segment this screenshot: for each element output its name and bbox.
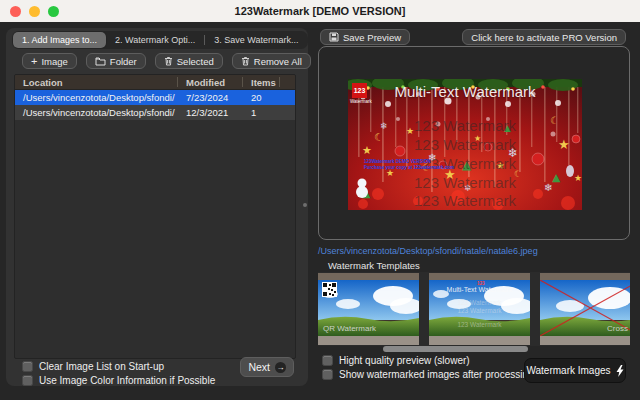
template-letterbox [429, 273, 530, 280]
template-letterbox [318, 336, 419, 345]
trash-icon [164, 56, 173, 66]
hq-preview-label: Hight quality preview (slower) [339, 355, 470, 366]
content-area: 1. Add Images to... 2. Watermark Opti...… [0, 22, 640, 400]
tab-add-images[interactable]: 1. Add Images to... [13, 32, 106, 48]
use-color-checkbox[interactable] [22, 375, 33, 386]
template-multi-text-watermark[interactable]: 123 Multi-Text Watermark 123 Watermark 1… [429, 273, 530, 345]
template-watermark-line: 123 Watermark [429, 299, 530, 306]
preview-file-path[interactable]: /Users/vincenzotota/Desktop/sfondi/natal… [318, 246, 538, 256]
image-toolbar: + Image Folder Selected [22, 53, 311, 69]
show-after-option: Show watermarked images after processing [322, 369, 534, 380]
column-header-modified[interactable]: Modified [178, 75, 242, 90]
save-preview-label: Save Preview [343, 32, 401, 43]
hq-preview-option: Hight quality preview (slower) [322, 355, 470, 366]
activate-pro-button[interactable]: Click here to activate PRO Version [462, 29, 626, 45]
template-watermark-line: 123 Watermark [429, 307, 530, 314]
remove-all-label: Remove All [254, 56, 302, 67]
watermark-templates-title: Watermark Templates [328, 260, 420, 271]
arrow-right-icon: → [275, 362, 286, 373]
watermark-images-button[interactable]: Watermark Images [524, 358, 626, 383]
image-locations-table: Location Modified Items /Users/vincenzot… [14, 74, 296, 359]
watermark-images-label: Watermark Images [526, 365, 610, 376]
cell-items: 20 [243, 92, 279, 103]
next-button[interactable]: Next → [240, 357, 294, 377]
titlebar: 123Watermark [DEMO VERSION] [0, 0, 640, 22]
window-title: 123Watermark [DEMO VERSION] [0, 5, 640, 17]
cell-items: 1 [243, 107, 279, 118]
add-image-button[interactable]: + Image [22, 53, 77, 69]
show-after-label: Show watermarked images after processing [339, 369, 534, 380]
table-header: Location Modified Items [15, 75, 295, 90]
watermark-text-top: Multi-Text Watermark [348, 83, 582, 100]
plus-icon: + [31, 57, 37, 66]
qr-code-icon [322, 282, 337, 297]
template-qr-watermark[interactable]: QR Watermark [318, 273, 419, 345]
preview-container: ★★★★★★★★ ☾☾☾☾ ▲▲▲▲ ❄❄❄❄❄ [318, 46, 630, 240]
table-row[interactable]: /Users/vincenzotota/Desktop/sfondi/ 7/23… [15, 90, 295, 105]
activate-pro-label: Click here to activate PRO Version [471, 32, 617, 43]
next-label: Next [248, 361, 270, 373]
cell-modified: 12/3/2021 [178, 107, 243, 118]
remove-selected-label: Selected [177, 56, 214, 67]
template-letterbox [540, 273, 630, 280]
tab-save-watermark[interactable]: 3. Save Watermark... [205, 32, 307, 48]
watermark-text-line: 123 Watermark [348, 192, 582, 209]
template-caption: QR Watermark [323, 324, 376, 333]
watermark-text-line: 123 Watermark [348, 174, 582, 191]
template-letterbox [540, 336, 630, 345]
template-caption: Cross Watermark [607, 324, 630, 333]
watermark-text-line: 123 Watermark [348, 136, 582, 153]
template-letterbox [429, 336, 530, 345]
clear-list-checkbox[interactable] [22, 361, 33, 372]
watermark-text-line: 123 Watermark [348, 117, 582, 134]
split-handle[interactable] [303, 203, 307, 207]
cell-modified: 7/23/2024 [178, 92, 243, 103]
use-color-label: Use Image Color Information if Possible [39, 375, 215, 386]
tab-watermark-options[interactable]: 2. Watermark Opti... [106, 32, 204, 48]
floppy-disk-icon [329, 32, 339, 42]
use-color-option: Use Image Color Information if Possible [22, 375, 215, 386]
app-window: 123Watermark [DEMO VERSION] 1. Add Image… [0, 0, 640, 400]
folder-icon [95, 57, 106, 66]
add-folder-button[interactable]: Folder [86, 53, 146, 69]
show-after-checkbox[interactable] [322, 369, 333, 380]
trash-icon [241, 56, 250, 66]
lightning-bolt-icon [616, 365, 624, 377]
column-header-location[interactable]: Location [15, 75, 177, 90]
template-watermark-top: Multi-Text Watermark [429, 286, 530, 293]
remove-all-button[interactable]: Remove All [232, 53, 311, 69]
remove-selected-button[interactable]: Selected [155, 53, 223, 69]
table-row[interactable]: /Users/vincenzotota/Desktop/sfondi/ 12/3… [15, 105, 295, 120]
save-preview-button[interactable]: Save Preview [320, 29, 410, 45]
cell-location: /Users/vincenzotota/Desktop/sfondi/ [15, 107, 178, 118]
watermark-templates-strip: QR Watermark 123 Multi-Text Watermark 12… [318, 272, 630, 346]
hq-preview-checkbox[interactable] [322, 355, 333, 366]
column-separator[interactable] [279, 77, 280, 87]
preview-image[interactable]: ★★★★★★★★ ☾☾☾☾ ▲▲▲▲ ❄❄❄❄❄ [348, 79, 582, 210]
add-images-panel: 1. Add Images to... 2. Watermark Opti...… [6, 28, 308, 386]
template-watermark-line: 123 Watermark [429, 321, 530, 328]
cell-location: /Users/vincenzotota/Desktop/sfondi/ [15, 92, 178, 103]
templates-scrollbar-thumb[interactable] [383, 346, 528, 352]
column-header-items[interactable]: Items [243, 75, 279, 90]
add-image-label: Image [41, 56, 67, 67]
wizard-tabs: 1. Add Images to... 2. Watermark Opti...… [12, 31, 308, 49]
clear-list-option: Clear Image List on Start-up [22, 361, 164, 372]
template-letterbox [318, 273, 419, 280]
demo-version-note: 123Watermark DEMO VERSION Purchase your … [364, 159, 454, 170]
preview-toolbar: Save Preview Click here to activate PRO … [318, 29, 630, 45]
template-cross-watermark[interactable]: Cross Watermark [540, 273, 630, 345]
clear-list-label: Clear Image List on Start-up [39, 361, 164, 372]
add-folder-label: Folder [110, 56, 137, 67]
demo-note-line2: Purchase your copy at 123watermark.com [364, 165, 454, 171]
